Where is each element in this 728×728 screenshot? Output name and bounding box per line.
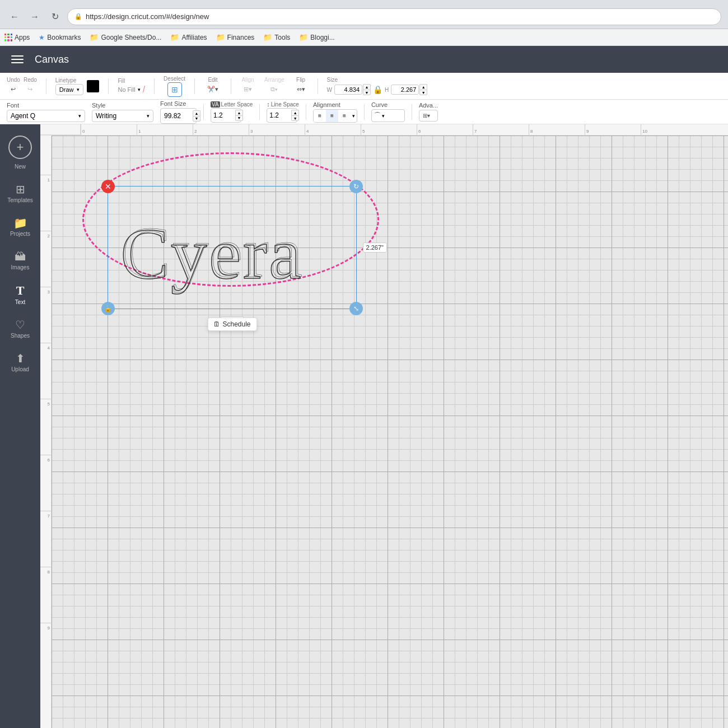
sidebar-new-label: New (15, 164, 26, 170)
font-value: Agent Q (11, 112, 35, 120)
linetype-dropdown[interactable]: Draw ▾ (55, 84, 84, 95)
schedule-icon: 🗓 (213, 320, 220, 328)
ruler-horizontal: 0 1 2 3 4 5 6 7 8 9 10 (81, 124, 728, 135)
line-space-label: Line Space (271, 101, 299, 108)
canvas-title: Canvas (35, 54, 69, 66)
undo-button[interactable]: ↩ (7, 83, 19, 95)
letter-space-label-row: VA Letter Space (211, 101, 253, 108)
style-dropdown[interactable]: Writing ▾ (92, 110, 153, 122)
edit-group: Edit ✂️▾ (204, 77, 222, 95)
fill-value: No Fill (118, 86, 135, 93)
sidebar-item-images[interactable]: 🏔 Images (2, 245, 38, 277)
scale-handle[interactable]: ⤡ (349, 302, 363, 315)
line-space-up-btn[interactable]: ▲ (291, 110, 299, 115)
folder-icon-4: 📁 (263, 33, 272, 41)
bookmark-finances[interactable]: 📁 Finances (216, 33, 255, 41)
bookmark-blogging[interactable]: 📁 Bloggi... (299, 33, 334, 41)
bookmarks-bar: Apps ★ Bookmarks 📁 Google Sheets/Do... 📁… (0, 29, 728, 46)
sidebar-item-upload[interactable]: ⬆ Upload (2, 347, 38, 379)
line-space-spinners: ▲ ▼ (291, 110, 299, 121)
rotate-handle[interactable]: ↻ (349, 180, 363, 193)
curve-icon: ⌒ (374, 111, 381, 120)
bookmark-googlesheets[interactable]: 📁 Google Sheets/Do... (90, 33, 161, 41)
alignment-chevron: ▾ (351, 113, 357, 119)
delete-handle[interactable]: ✕ (101, 180, 115, 193)
font-dropdown[interactable]: Agent Q ▾ (7, 110, 85, 122)
bookmark-apps[interactable]: Apps (4, 34, 30, 41)
height-input[interactable] (391, 85, 419, 95)
fill-color-box[interactable] (87, 80, 99, 92)
width-spinners: ▲ ▼ (363, 84, 371, 95)
height-down-btn[interactable]: ▼ (419, 90, 427, 95)
curve-label: Curve (371, 101, 388, 108)
curve-input-group: ⌒ ▾ (371, 109, 405, 122)
redo-button[interactable]: ↪ (24, 83, 36, 95)
ruler-tick-6: 6 (417, 124, 421, 135)
ruler-tick-8: 8 (529, 124, 533, 135)
line-space-down-btn[interactable]: ▼ (291, 115, 299, 121)
back-button[interactable]: ← (7, 9, 22, 25)
canvas-area[interactable]: ✕ ↻ 🔒 ⤡ Cyera Cyera (52, 136, 728, 728)
toolbar-row2: Font Agent Q ▾ Style Writing ▾ Font Size… (0, 100, 728, 124)
bookmark-bookmarks[interactable]: ★ Bookmarks (39, 34, 81, 41)
arrange-group: Arrange ⧉▾ (264, 77, 284, 95)
align-right-button[interactable]: ≡ (338, 110, 351, 122)
size-w-label: W (327, 87, 332, 93)
align-center-button[interactable]: ≡ (326, 110, 338, 122)
bookmark-tools[interactable]: 📁 Tools (263, 33, 290, 41)
linetype-value: Draw (59, 86, 74, 93)
line-space-input[interactable] (269, 111, 290, 119)
advanced-button[interactable]: ⊞▾ (419, 110, 438, 122)
lock-ratio-icon[interactable]: 🔒 (373, 85, 382, 94)
align-button[interactable]: ⊞▾ (240, 83, 255, 95)
letter-space-up-btn[interactable]: ▲ (235, 110, 243, 115)
hamburger-button[interactable] (9, 53, 26, 66)
canvas-object[interactable]: ✕ ↻ 🔒 ⤡ Cyera Cyera (108, 186, 357, 309)
sep-3 (154, 78, 155, 94)
align-left-button[interactable]: ≡ (314, 110, 326, 122)
fill-pencil-icon[interactable]: / (143, 85, 145, 95)
lock-handle[interactable]: 🔒 (101, 302, 115, 315)
canvas-text[interactable]: Cyera Cyera (108, 186, 356, 309)
sep-2 (108, 78, 109, 94)
url-bar[interactable]: 🔒 https://design.cricut.com/#/design/new (67, 8, 721, 25)
font-size-input[interactable] (164, 112, 191, 120)
font-size-down-btn[interactable]: ▼ (193, 116, 200, 122)
letter-space-down-btn[interactable]: ▼ (235, 115, 243, 121)
bookmark-finances-label: Finances (227, 34, 255, 41)
width-input[interactable] (334, 85, 362, 95)
ruler-corner (40, 124, 81, 135)
sidebar-item-projects[interactable]: 📁 Projects (2, 212, 38, 243)
ruler-tick-10: 10 (641, 124, 647, 135)
canvas-grid: ✕ ↻ 🔒 ⤡ Cyera Cyera (52, 136, 728, 728)
width-down-btn[interactable]: ▼ (363, 90, 371, 95)
ruler-tick-1: 1 (137, 124, 141, 135)
sep-t2-5 (412, 104, 412, 120)
refresh-button[interactable]: ↻ (47, 9, 63, 25)
width-up-btn[interactable]: ▲ (363, 84, 371, 90)
font-size-up-btn[interactable]: ▲ (193, 110, 200, 116)
letter-space-spinners: ▲ ▼ (235, 110, 243, 121)
ruler-v-tick-4: 4 (40, 343, 51, 352)
forward-button[interactable]: → (27, 9, 43, 25)
deselect-button[interactable]: ⊞ (167, 82, 182, 97)
sep-t2-4 (364, 104, 365, 120)
sidebar-item-templates[interactable]: ⊞ Templates (2, 178, 38, 209)
sidebar-item-shapes[interactable]: ♡ Shapes (2, 314, 38, 345)
height-up-btn[interactable]: ▲ (419, 84, 427, 90)
width-input-group: ▲ ▼ (334, 84, 371, 95)
arrange-button[interactable]: ⧉▾ (267, 83, 281, 95)
lock-icon: 🔒 (74, 13, 82, 20)
schedule-tooltip[interactable]: 🗓 Schedule (207, 318, 256, 331)
bookmark-affiliates[interactable]: 📁 Affiliates (170, 33, 207, 41)
edit-button[interactable]: ✂️▾ (204, 83, 222, 95)
letter-space-input[interactable] (213, 111, 234, 119)
flip-group: Flip ⇔▾ (293, 77, 309, 95)
height-spinners: ▲ ▼ (419, 84, 427, 95)
flip-button[interactable]: ⇔▾ (293, 83, 309, 95)
sidebar-item-text[interactable]: T Text (2, 279, 38, 311)
shapes-icon: ♡ (15, 319, 25, 330)
new-button-circle[interactable]: + (8, 136, 32, 159)
sidebar-new[interactable]: + New (2, 130, 38, 176)
size-label: Size (327, 77, 338, 83)
